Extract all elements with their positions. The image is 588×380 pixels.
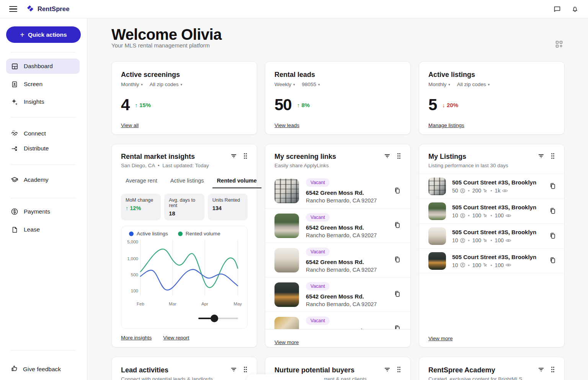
- sidebar-item-insights[interactable]: Insights: [6, 94, 80, 109]
- listing-photo: [428, 202, 446, 220]
- period-dropdown[interactable]: Weekly▾: [274, 82, 295, 87]
- property-city: Rancho Bernardo, CA 92027: [306, 232, 377, 238]
- insights-sparkle-icon: [11, 98, 18, 106]
- filter-icon[interactable]: [384, 366, 390, 373]
- copy-link-icon[interactable]: [549, 232, 557, 241]
- period-dropdown[interactable]: Monthly▾: [121, 82, 143, 87]
- rented-volume-line-chart: 5,000 1,000 500 100 Feb Mar Apr May: [126, 236, 244, 309]
- leads-person-icon: [460, 238, 466, 243]
- listing-stats: 50 200 1k: [452, 188, 536, 194]
- quick-actions-button[interactable]: + Quick actions: [6, 26, 81, 43]
- divider: [11, 117, 76, 117]
- copy-link-icon[interactable]: [549, 256, 557, 265]
- sidebar-item-lease[interactable]: Lease: [6, 222, 80, 237]
- sidebar-item-label: Insights: [24, 98, 44, 105]
- copy-link-icon[interactable]: [394, 221, 401, 230]
- card-subtitle: Connect with potential leads & landlords: [121, 376, 213, 380]
- drag-handle-icon[interactable]: [243, 366, 248, 373]
- sidebar-item-dashboard[interactable]: Dashboard: [6, 59, 80, 74]
- active-listings-card: Active listings Monthly▾ All zip codes▾ …: [419, 61, 565, 135]
- sidebar-item-academy[interactable]: Academy: [6, 172, 80, 188]
- tab-active-listings[interactable]: Active listings: [166, 175, 209, 188]
- zipcode-dropdown[interactable]: All zip codes▾: [150, 82, 182, 87]
- chat-icon[interactable]: [553, 5, 561, 13]
- view-more-link[interactable]: View more: [274, 339, 299, 345]
- manage-listings-link[interactable]: Manage listings: [428, 122, 464, 128]
- sidebar-item-label: Lease: [24, 226, 40, 233]
- rented-volume-line: [140, 249, 238, 288]
- view-all-link[interactable]: View all: [121, 122, 139, 128]
- property-photo: [274, 214, 299, 238]
- filter-icon[interactable]: [230, 366, 237, 373]
- screen-document-icon: [11, 80, 18, 88]
- brand-logo[interactable]: RentSpree: [26, 4, 69, 14]
- tab-average-rent[interactable]: Average rent: [121, 175, 162, 188]
- drag-handle-icon[interactable]: [550, 366, 555, 373]
- sidebar-item-screen[interactable]: Screen: [6, 77, 80, 92]
- notifications-bell-icon[interactable]: [571, 5, 579, 13]
- property-photo: [274, 282, 299, 307]
- chart-range-slider[interactable]: [198, 315, 238, 322]
- listing-stats: 10 100 100: [452, 212, 536, 219]
- divider: [11, 165, 76, 165]
- clicks-cursor-icon: [483, 238, 488, 243]
- property-address: 6542 Green Moss Rd.: [306, 224, 377, 231]
- listing-stats: 10 100 100: [452, 262, 536, 268]
- zipcode-dropdown[interactable]: 98055▾: [302, 82, 320, 87]
- drag-handle-icon[interactable]: [243, 153, 248, 159]
- property-city: Rancho Bernardo, CA 92027: [306, 267, 377, 273]
- give-feedback-label: Give feedback: [23, 366, 61, 373]
- view-report-link[interactable]: View report: [163, 335, 189, 341]
- filter-icon[interactable]: [384, 153, 390, 159]
- copy-link-icon[interactable]: [394, 187, 401, 196]
- drag-handle-icon[interactable]: [397, 153, 401, 159]
- copy-link-icon[interactable]: [394, 325, 401, 329]
- property-photo: [274, 317, 299, 329]
- views-eye-icon: [505, 263, 511, 267]
- thumbs-up-icon: [11, 365, 18, 374]
- more-insights-link[interactable]: More insights: [121, 335, 152, 341]
- divider: [11, 350, 76, 351]
- sidebar-item-payments[interactable]: Payments: [6, 204, 80, 219]
- dashboard-grid-icon: [11, 62, 18, 70]
- sidebar-item-connect[interactable]: Connect: [6, 126, 80, 141]
- property-address: 6542 Green Moss Rd.: [306, 189, 377, 196]
- floating-widget-peek[interactable]: [246, 374, 325, 380]
- zipcode-dropdown[interactable]: All zip codes▾: [457, 82, 490, 87]
- hamburger-menu-icon[interactable]: [9, 5, 18, 14]
- filter-icon[interactable]: [538, 366, 544, 373]
- clicks-cursor-icon: [483, 188, 488, 193]
- status-badge: Vacant: [306, 213, 330, 222]
- chevron-down-icon: ▾: [181, 83, 183, 86]
- copy-link-icon[interactable]: [394, 290, 401, 299]
- card-title: Active screenings: [121, 71, 248, 79]
- filter-icon[interactable]: [230, 153, 237, 159]
- screening-link-row: Vacant 6542 Green Moss Rd. Rancho Bernar…: [265, 174, 410, 208]
- screening-link-row: Vacant 6542 Green Moss Rd. Rancho Bernar…: [265, 312, 410, 329]
- distribute-arrows-icon: [11, 145, 18, 152]
- card-title: Active listings: [428, 71, 555, 79]
- avg-days-chip: Avg. days to rent 18: [164, 194, 204, 220]
- view-leads-link[interactable]: View leads: [274, 122, 299, 128]
- add-widget-icon[interactable]: [555, 40, 563, 50]
- period-dropdown[interactable]: Monthly▾: [428, 82, 450, 87]
- slider-thumb[interactable]: [211, 315, 218, 322]
- copy-link-icon[interactable]: [394, 256, 401, 264]
- stat-delta: ↓ 20%: [442, 102, 458, 108]
- drag-handle-icon[interactable]: [397, 366, 401, 373]
- copy-link-icon[interactable]: [549, 207, 557, 216]
- property-city: Rancho Bernardo, CA 92027: [306, 301, 377, 307]
- listing-address: 505 Court Street #3S, Brooklyn: [452, 254, 536, 260]
- copy-link-icon[interactable]: [549, 182, 557, 191]
- filter-icon[interactable]: [538, 153, 544, 159]
- tab-rented-volume[interactable]: Rented volume: [212, 175, 261, 188]
- view-more-link[interactable]: View more: [428, 336, 453, 341]
- give-feedback-button[interactable]: Give feedback: [6, 362, 80, 377]
- drag-handle-icon[interactable]: [550, 153, 555, 159]
- property-photo: [274, 179, 299, 203]
- card-title: Rental leads: [274, 71, 401, 79]
- connect-handshake-icon: [11, 130, 18, 137]
- svg-text:100: 100: [131, 289, 138, 293]
- sidebar-item-distribute[interactable]: Distribute: [6, 141, 80, 156]
- rental-leads-card: Rental leads Weekly▾ 98055▾ 50 ↑ 8% View…: [265, 61, 411, 135]
